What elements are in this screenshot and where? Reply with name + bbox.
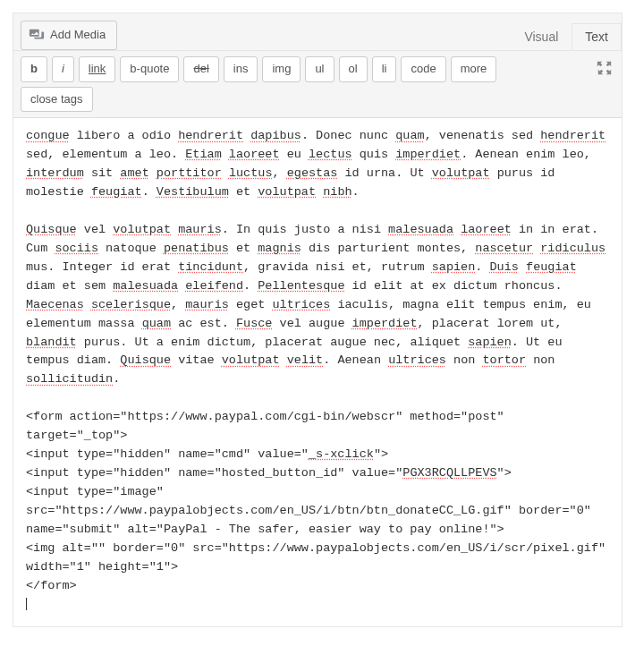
toolbar-blockquote-button[interactable]: b-quote (120, 56, 179, 82)
add-media-label: Add Media (50, 26, 106, 45)
toolbar-close-tags-button[interactable]: close tags (21, 87, 93, 113)
toolbar-link-button[interactable]: link (79, 56, 116, 82)
toolbar-italic-button[interactable]: i (52, 56, 74, 82)
text-cursor (26, 598, 27, 611)
toolbar-ins-button[interactable]: ins (224, 56, 258, 82)
editor-tabs: Visual Text (511, 22, 622, 50)
toolbar-li-button[interactable]: li (372, 56, 397, 82)
fullscreen-icon[interactable] (597, 60, 613, 76)
editor-top-row: Add Media Visual Text (13, 13, 622, 50)
toolbar-more-button[interactable]: more (451, 56, 497, 82)
toolbar-del-button[interactable]: del (183, 56, 218, 82)
toolbar-ul-button[interactable]: ul (305, 56, 334, 82)
toolbar-bold-button[interactable]: b (21, 56, 47, 82)
media-icon (29, 27, 45, 43)
editor-container: Add Media Visual Text b i link b-quote d… (13, 13, 622, 627)
tab-text[interactable]: Text (572, 23, 622, 51)
toolbar-code-button[interactable]: code (401, 56, 445, 82)
text-toolbar: b i link b-quote del ins img ul ol li co… (13, 50, 622, 119)
tab-visual[interactable]: Visual (511, 23, 572, 51)
add-media-button[interactable]: Add Media (21, 21, 117, 50)
editor-textarea[interactable]: congue libero a odio hendrerit dapibus. … (13, 118, 622, 626)
toolbar-ol-button[interactable]: ol (339, 56, 368, 82)
toolbar-img-button[interactable]: img (262, 56, 301, 82)
